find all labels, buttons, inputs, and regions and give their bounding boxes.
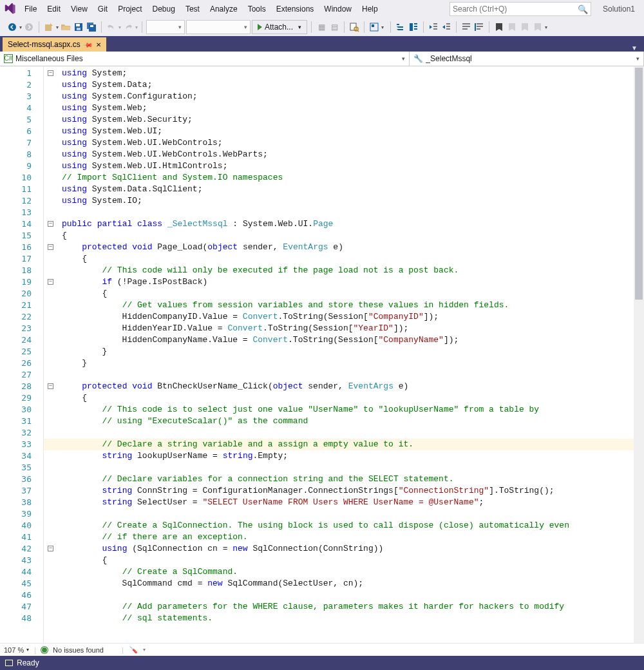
issues-label: No issues found	[53, 646, 104, 654]
menu-debug[interactable]: Debug	[147, 0, 180, 18]
menu-view[interactable]: View	[66, 0, 93, 18]
nav-fwd-button[interactable]	[23, 21, 35, 33]
new-project-button[interactable]	[43, 21, 55, 33]
svg-rect-5	[77, 28, 80, 30]
health-ok-icon	[41, 647, 48, 653]
quick-search[interactable]: 🔍	[450, 2, 591, 16]
class-icon: 🔧	[413, 54, 423, 63]
toolbar-btn[interactable]: ▦	[316, 21, 327, 33]
toolbar-btn[interactable]: ▤	[328, 21, 340, 33]
type-combo[interactable]: 🔧 _SelectMssql	[410, 52, 644, 66]
menu-project[interactable]: Project	[113, 0, 147, 18]
menu-test[interactable]: Test	[180, 0, 205, 18]
decrease-indent-button[interactable]	[428, 21, 439, 33]
find-in-files-button[interactable]	[348, 21, 360, 33]
dropdown-caret-icon[interactable]: ▾	[56, 24, 59, 30]
dropdown-caret-icon[interactable]: ▾	[381, 24, 384, 30]
uncomment-button[interactable]	[473, 21, 485, 33]
dropdown-caret-icon[interactable]: ▾	[545, 24, 547, 30]
increase-indent-button[interactable]	[440, 21, 452, 33]
menu-file[interactable]: File	[19, 0, 42, 18]
solution-config-combo[interactable]	[146, 20, 185, 34]
svg-rect-14	[410, 23, 413, 31]
zoom-combo[interactable]: 107 %	[4, 646, 29, 654]
svg-rect-4	[76, 24, 80, 26]
menu-help[interactable]: Help	[357, 0, 383, 18]
vertical-scrollbar[interactable]	[634, 66, 644, 643]
tab-title: Select-mssql.aspx.cs	[8, 40, 80, 49]
toolbar-btn[interactable]	[519, 21, 531, 33]
document-tab-bar: Select-mssql.aspx.cs 📌 ✕ ▼	[0, 36, 644, 52]
search-icon: 🔍	[578, 5, 588, 14]
code-area[interactable]: −using System;using System.Data;using Sy…	[44, 66, 644, 643]
attach-button[interactable]: Attach...	[252, 20, 307, 34]
solution-platform-combo[interactable]	[186, 20, 251, 34]
play-icon	[258, 24, 262, 30]
svg-point-0	[8, 23, 16, 31]
toolbar-btn[interactable]	[408, 21, 419, 33]
main-toolbar: ▾ ▾ ▾ ▾ Attach... ▦ ▤ ▾ ▾	[0, 18, 644, 36]
menu-tools[interactable]: Tools	[243, 0, 271, 18]
toolbar-btn[interactable]	[368, 21, 380, 33]
search-input[interactable]	[453, 5, 569, 14]
screwdriver-icon[interactable]: 🪛	[129, 646, 138, 654]
menu-edit[interactable]: Edit	[42, 0, 66, 18]
menu-extensions[interactable]: Extensions	[271, 0, 319, 18]
save-button[interactable]	[73, 21, 84, 33]
bookmark-button[interactable]	[493, 21, 505, 33]
menu-items: FileEditViewGitProjectDebugTestAnalyzeTo…	[19, 0, 383, 18]
toolbar-btn[interactable]	[532, 21, 544, 33]
pin-icon[interactable]: 📌	[83, 39, 93, 50]
comment-button[interactable]	[460, 21, 472, 33]
code-editor[interactable]: 1234567891011121314151617181920212223242…	[0, 66, 644, 643]
tab-menu-caret-icon[interactable]: ▼	[631, 44, 638, 52]
dropdown-caret-icon[interactable]: ▾	[135, 24, 138, 30]
nav-back-button[interactable]	[6, 21, 18, 33]
dropdown-caret-icon[interactable]: ▾	[19, 24, 22, 30]
menu-window[interactable]: Window	[319, 0, 357, 18]
redo-button[interactable]	[122, 21, 134, 33]
project-combo[interactable]: C# Miscellaneous Files	[0, 52, 410, 66]
save-all-button[interactable]	[86, 21, 97, 33]
open-file-button[interactable]	[60, 21, 71, 33]
document-tab[interactable]: Select-mssql.aspx.cs 📌 ✕	[3, 37, 106, 52]
vs-logo-icon	[3, 1, 18, 17]
svg-rect-9	[350, 23, 356, 30]
csharp-file-icon: C#	[4, 54, 13, 63]
toolbar-btn[interactable]	[395, 21, 406, 33]
undo-button[interactable]	[106, 21, 117, 33]
solution-label[interactable]: Solution1	[596, 5, 641, 14]
svg-rect-13	[372, 24, 374, 27]
code-nav-bar: C# Miscellaneous Files 🔧 _SelectMssql	[0, 52, 644, 66]
menu-bar: FileEditViewGitProjectDebugTestAnalyzeTo…	[0, 0, 644, 18]
status-bar: Ready	[0, 656, 644, 670]
editor-status-strip: 107 % | No issues found | 🪛 ▾	[0, 643, 644, 656]
toolbar-btn[interactable]	[506, 21, 518, 33]
dropdown-caret-icon[interactable]: ▾	[118, 24, 121, 30]
status-text: Ready	[17, 658, 39, 667]
dropdown-caret-icon[interactable]: ▾	[143, 647, 146, 653]
status-rect-icon	[5, 660, 13, 666]
menu-git[interactable]: Git	[93, 0, 113, 18]
svg-point-1	[25, 23, 33, 31]
svg-rect-8	[90, 25, 93, 27]
menu-analyze[interactable]: Analyze	[205, 0, 243, 18]
svg-line-11	[357, 30, 359, 32]
close-icon[interactable]: ✕	[96, 41, 101, 48]
line-number-gutter: 1234567891011121314151617181920212223242…	[0, 66, 44, 643]
